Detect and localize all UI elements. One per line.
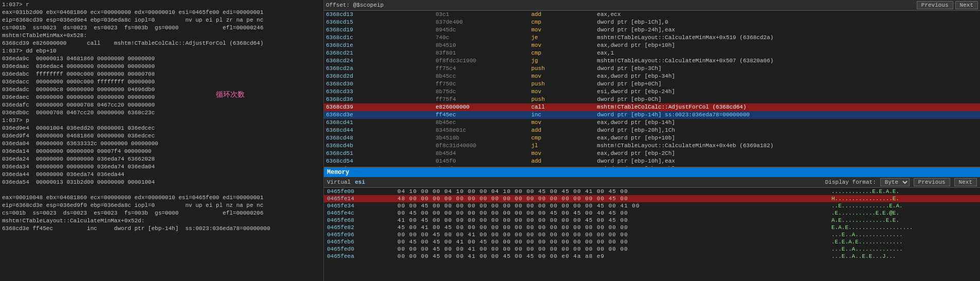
memory-next-button[interactable]: Next xyxy=(954,178,977,186)
memory-header: Memory xyxy=(324,168,980,177)
disasm-operands: eax,dword ptr [ebp-2Ch] xyxy=(595,150,980,157)
disasm-mnemonic: add xyxy=(529,11,595,19)
memory-row: 0465fed000 00 00 45 00 00 41 00 00 00 00… xyxy=(324,245,980,253)
memory-hex: 00 00 00 45 00 00 41 00 00 00 00 00 00 0… xyxy=(396,231,827,238)
disasm-bytes: 8b45cc xyxy=(433,73,529,80)
memory-ascii: ............E.E.A.E. xyxy=(827,188,980,195)
disasm-addr: 6368cd54 xyxy=(324,157,433,165)
disasm-mnemonic: jl xyxy=(529,142,595,150)
memory-hex: 00 00 00 45 00 00 41 00 00 00 00 00 00 0… xyxy=(396,245,827,253)
disasm-mnemonic: jg xyxy=(529,57,595,65)
memory-hex: 00 45 00 00 00 00 00 00 00 00 00 00 00 4… xyxy=(396,209,827,217)
disasm-addr: 6368cd33 xyxy=(324,88,433,96)
disasm-operands: mshtm!CTableLayout::CalculateMinMax+0x4e… xyxy=(595,142,980,150)
disasm-addr: 6368cd13 xyxy=(324,11,433,19)
left-panel: 1:037> r eax=031b2d00 ebx=04681860 ecx=0… xyxy=(0,0,324,281)
memory-row: 0465feb600 45 00 45 00 41 00 45 00 00 00… xyxy=(324,238,980,245)
disasm-mnemonic: inc xyxy=(529,111,595,119)
disasm-operands: dword ptr [ebp-3Ch] xyxy=(595,65,980,73)
disasm-addr: 6368cd1c xyxy=(324,34,433,42)
memory-row: 0465fe0004 10 00 00 04 10 00 00 04 10 00… xyxy=(324,188,980,195)
disasm-operands: mshtm!CTableLayout::CalculateMinMax+0x50… xyxy=(595,57,980,65)
memory-title: Memory xyxy=(327,169,349,176)
disasm-bytes: 837de400 xyxy=(433,19,529,26)
disasm-row: 6368cd418b45ecmoveax,dword ptr [ebp-14h] xyxy=(324,119,980,127)
disasm-bytes: 3b4510b xyxy=(433,134,529,142)
disasm-row: 6368cd338b75dcmovesi,dword ptr [ebp-24h] xyxy=(324,88,980,96)
disasm-bytes: 8b45ec xyxy=(433,119,529,127)
disasm-addr: 6368cd3e xyxy=(324,111,433,119)
disasm-addr: 6368cd51 xyxy=(324,150,433,157)
disasm-prev-button[interactable]: Previous xyxy=(917,1,953,9)
disasm-mnemonic: add xyxy=(529,127,595,134)
disasm-operands: dword ptr [ebp-24h],eax xyxy=(595,26,980,34)
disasm-operands: dword ptr [ebp+0Ch] xyxy=(595,80,980,88)
disasm-row: 6368cd540145f0adddword ptr [ebp-10h],eax xyxy=(324,157,980,165)
disasm-mnemonic: mov xyxy=(529,119,595,127)
disasm-operands: dword ptr [ebp-0Ch] xyxy=(595,96,980,103)
memory-ascii: A.E.............E.E. xyxy=(827,217,980,224)
disasm-addr: 6368cd24 xyxy=(324,57,433,65)
disasm-bytes: 83f801 xyxy=(433,49,529,57)
disasm-bytes: ff75f4 xyxy=(433,96,529,103)
memory-addr: 0465fe68 xyxy=(324,217,396,224)
memory-row: 0465fe8245 00 41 00 45 00 00 00 00 00 00… xyxy=(324,224,980,231)
memory-row: 0465fe3400 00 45 00 00 00 00 00 00 00 00… xyxy=(324,202,980,209)
disasm-mnemonic: mov xyxy=(529,150,595,157)
disasm-row: 6368cd2183f801cmpeax,1 xyxy=(324,49,980,57)
disasm-row: 6368cd3eff45ecincdword ptr [ebp-14h] ss:… xyxy=(324,111,980,119)
disasm-operands: eax,dword ptr [ebp+10h] xyxy=(595,42,980,49)
disasm-mnemonic: mov xyxy=(529,42,595,49)
disasm-operands: mshtm!CTableColCalc::AdjustForCol (6368c… xyxy=(595,103,980,111)
memory-hex: 41 00 45 00 00 00 00 00 00 00 00 00 00 0… xyxy=(396,217,827,224)
disasm-mnemonic: cmp xyxy=(529,19,595,26)
disasm-bytes: 0f8fdc3c1900 xyxy=(433,57,529,65)
disasm-addr: 6368cd19 xyxy=(324,26,433,34)
disasm-addr: 6368cd15 xyxy=(324,19,433,26)
memory-hex: 00 45 00 45 00 41 00 45 00 00 00 00 00 0… xyxy=(396,238,827,245)
disasm-addr: 6368cd48 xyxy=(324,134,433,142)
memory-ascii: H.................E. xyxy=(827,195,980,202)
memory-prev-button[interactable]: Previous xyxy=(914,178,950,186)
disasm-addr: 6368cd1e xyxy=(324,42,433,49)
memory-addr: 0465fe14 xyxy=(324,195,396,202)
disasm-row: 6368cd240f8fdc3c1900jgmshtm!CTableLayout… xyxy=(324,57,980,65)
disasm-addr: 6368cd36 xyxy=(324,96,433,103)
disasm-row: 6368cd1e8b4510moveax,dword ptr [ebp+10h] xyxy=(324,42,980,49)
disasm-next-button[interactable]: Next xyxy=(955,1,978,9)
memory-addr: 0465fe96 xyxy=(324,231,396,238)
memory-ascii: ..E..............E.A. xyxy=(827,202,980,209)
disasm-operands: dword ptr [ebp-10h],eax xyxy=(595,157,980,165)
memory-addr: 0465fe4c xyxy=(324,209,396,217)
memory-row: 0465fe9600 00 00 45 00 00 41 00 00 00 00… xyxy=(324,231,980,238)
disasm-row: 6368cd2aff75c4pushdword ptr [ebp-3Ch] xyxy=(324,65,980,73)
disasm-bytes: 0145f0 xyxy=(433,157,529,165)
disasm-mnemonic: push xyxy=(529,96,595,103)
disasm-mnemonic: mov xyxy=(529,165,595,167)
disasm-row: 6368cd1303c1addeax,ecx xyxy=(324,11,980,19)
disasm-operands: dword ptr [ebp-20h],1Ch xyxy=(595,127,980,134)
disasm-mnemonic: cmp xyxy=(529,49,595,57)
disasm-addr: 6368cd44 xyxy=(324,127,433,134)
disasm-operands: mshtm!CTableLayout::CalculateMinMax+0x51… xyxy=(595,34,980,42)
disasm-mnemonic: je xyxy=(529,34,595,42)
disasm-bytes: 0f8c31d40000 xyxy=(433,142,529,150)
memory-hex: 00 00 00 45 00 00 41 00 00 45 00 45 00 0… xyxy=(396,253,827,260)
disasm-operands: dword ptr [ebp-14h] ss:0023:036eda78=000… xyxy=(595,111,980,119)
disasm-operands: eax,dword ptr [ebp+10b] xyxy=(595,134,980,142)
memory-table: 0465fe0004 10 00 00 04 10 00 00 04 10 00… xyxy=(324,188,980,281)
left-content: 1:037> r eax=031b2d00 ebx=04681860 ecx=0… xyxy=(0,0,323,234)
disasm-operands: dword ptr [ebp-1Ch],0 xyxy=(595,19,980,26)
disasm-operands: eax,dword ptr [ebp-34h] xyxy=(595,73,980,80)
disasm-bytes: 8b4510 xyxy=(433,42,529,49)
memory-row: 0465feea00 00 00 45 00 00 41 00 00 45 00… xyxy=(324,253,980,260)
memory-ascii: ...E..A..E.E...J... xyxy=(827,253,980,260)
debugger-output: 1:037> r eax=031b2d00 ebx=04681860 ecx=0… xyxy=(0,0,323,234)
disasm-row: 6368cd518b45d4moveax,dword ptr [ebp-2Ch] xyxy=(324,150,980,157)
memory-row: 0465fe4c00 45 00 00 00 00 00 00 00 00 00… xyxy=(324,209,980,217)
display-format-select[interactable]: Byte xyxy=(880,178,910,186)
disasm-bytes: ff75c4 xyxy=(433,65,529,73)
disasm-row: 6368cd483b4510bcmpeax,dword ptr [ebp+10b… xyxy=(324,134,980,142)
memory-ascii: ...E..A.............. xyxy=(827,245,980,253)
disasm-row: 6368cd36ff75f4pushdword ptr [ebp-0Ch] xyxy=(324,96,980,103)
